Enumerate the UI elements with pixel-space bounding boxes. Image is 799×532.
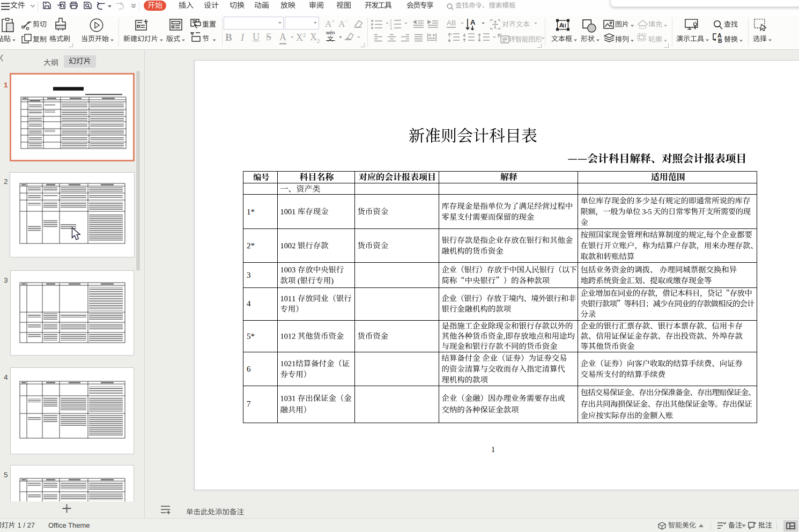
svg-text:2: 2 [4,178,8,186]
svg-text:A: A [470,18,476,26]
svg-text:5: 5 [4,471,8,479]
svg-text:3: 3 [390,26,392,29]
svg-text:A: A [559,21,564,28]
svg-text:1: 1 [4,81,8,89]
svg-text:4: 4 [4,373,8,381]
svg-text:1: 1 [390,19,392,23]
svg-text:B: B [718,38,722,43]
svg-text:2: 2 [390,23,392,26]
svg-text:3: 3 [4,276,8,284]
